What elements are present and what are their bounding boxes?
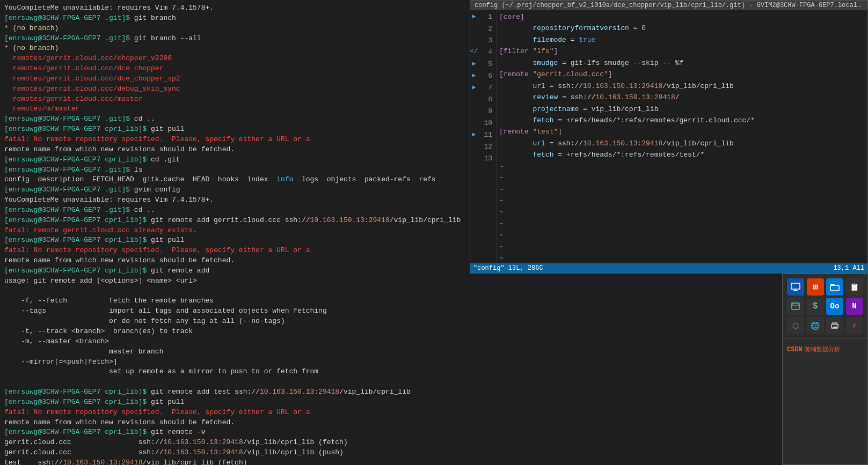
terminal-line: remotes/gerrit.cloud.ccc/debug_skip_sync bbox=[4, 84, 465, 94]
terminal-line: [enrsuwg@3CHW-FPGA-GEP7 cpri_lib]$ cd .g… bbox=[4, 155, 465, 165]
vim-status-file: "config" 13L, 286C bbox=[473, 264, 543, 272]
terminal-line: remotes/m/master bbox=[4, 104, 465, 114]
terminal-line: usage: git remote add [<options>] <name>… bbox=[4, 276, 465, 286]
terminal-line: remotes/gerrit.cloud.ccc/chopper_v2208 bbox=[4, 54, 465, 64]
vim-markers: ▶ </ ▶ ▶ ▶ ▶ bbox=[470, 10, 478, 263]
main-layout: YouCompleteMe unavailable: requires Vim … bbox=[0, 0, 868, 465]
terminal-line: fatal: No remote repository specified. P… bbox=[4, 408, 465, 418]
vim-marker bbox=[470, 93, 478, 105]
vim-code-line: [remote "gerrit.cloud.ccc"] bbox=[499, 69, 865, 80]
outlook-icon[interactable]: Oo bbox=[826, 298, 843, 315]
vim-tilde-line: ~ bbox=[499, 241, 865, 253]
terminal-line: config description FETCH_HEAD gitk.cache… bbox=[4, 175, 465, 185]
terminal-line: remotes/gerrit.cloud.ccc/dce_chopper bbox=[4, 64, 465, 74]
terminal-line: * (no branch) bbox=[4, 24, 465, 34]
vim-tilde-line: ~ bbox=[499, 253, 865, 263]
vim-marker: ▶ bbox=[470, 81, 478, 93]
terminal-line: gerrit.cloud.ccc ssh://10.163.150.13:294… bbox=[4, 448, 465, 458]
terminal-line: [enrsuwg@3CHW-FPGA-GEP7 cpri_lib]$ git r… bbox=[4, 387, 465, 397]
terminal-line: test ssh://10.163.150.13:29418/vip_lib/c… bbox=[4, 458, 465, 465]
terminal-line: -m, --master <branch> bbox=[4, 337, 465, 347]
clipboard-icon[interactable]: 📋 bbox=[846, 278, 863, 296]
vim-code-line: projectname = vip_lib/cpri_lib bbox=[499, 104, 865, 115]
terminal-line: [enrsuwg@3CHW-FPGA-GEP7 cpri_lib]$ git r… bbox=[4, 427, 465, 438]
csdn-label: CSDN bbox=[787, 346, 803, 353]
terminal-line: [enrsuwg@3CHW-FPGA-GEP7 cpri_lib]$ git r… bbox=[4, 216, 465, 226]
vim-code-line: smudge = git-lfs smudge --skip -- %f bbox=[499, 57, 865, 69]
vim-tilde-line: ~ bbox=[499, 172, 865, 183]
power-icon[interactable]: ⚡ bbox=[846, 317, 863, 334]
vim-code-line: url = ssh://10.163.150.13:29418/vip_lib/… bbox=[499, 138, 865, 149]
vim-marker bbox=[470, 116, 478, 128]
vim-tilde-line: ~ bbox=[499, 230, 865, 241]
terminal-line: * (no branch) bbox=[4, 43, 465, 54]
svg-rect-9 bbox=[833, 327, 837, 328]
terminal-line: remote name from which new revisions sho… bbox=[4, 145, 465, 155]
vim-tilde-line: ~ bbox=[499, 195, 865, 206]
vim-cursor-pos: 13,1 All bbox=[833, 264, 864, 272]
vim-statusbar: "config" 13L, 286C 13,1 All bbox=[470, 263, 867, 273]
bluetooth-icon[interactable]: ⬡ bbox=[787, 317, 804, 334]
vim-marker: ▶ bbox=[470, 10, 478, 22]
terminal-line: gerrit.cloud.ccc ssh://10.163.150.13:294… bbox=[4, 438, 465, 448]
vim-code-line: url = ssh://10.163.150.13:29418/vip_lib/… bbox=[499, 80, 865, 92]
network-icon[interactable]: 🌐 bbox=[807, 317, 824, 334]
svg-rect-0 bbox=[791, 283, 800, 289]
vim-editor-panel[interactable]: config (~/.proj/chopper_bf_v2_1010a/dce_… bbox=[470, 0, 868, 274]
vim-code-line: [core] bbox=[499, 11, 865, 23]
vim-code-line: repositoryformatversion = 0 bbox=[499, 23, 865, 34]
vim-marker bbox=[470, 140, 478, 152]
vim-code-line: filemode = true bbox=[499, 34, 865, 46]
vim-tilde-line: ~ bbox=[499, 184, 865, 195]
terminal-line: -f, --fetch fetch the remote branches bbox=[4, 296, 465, 306]
vim-code-line: fetch = +refs/heads/*:refs/remotes/test/… bbox=[499, 149, 865, 160]
vim-tilde-line: ~ bbox=[499, 218, 865, 230]
vim-code-line: [filter "lfs"] bbox=[499, 46, 865, 57]
vim-tilde-line: ~ bbox=[499, 206, 865, 218]
terminal-line: remotes/gerrit.cloud.ccc/dce_chopper_sp2 bbox=[4, 74, 465, 84]
terminal-line bbox=[4, 377, 465, 387]
terminal-line: master branch bbox=[4, 347, 465, 357]
terminal-line: YouCompleteMe unavailable: requires Vim … bbox=[4, 3, 465, 13]
terminal-line: or do not fetch any tag at all (--no-tag… bbox=[4, 316, 465, 327]
office-icon[interactable]: ⊞ bbox=[807, 278, 824, 296]
terminal-line: fatal: remote gerrit.cloud.ccc already e… bbox=[4, 226, 465, 236]
taskbar-grid: ⊞ 📋 $ Oo N ⬡ bbox=[783, 274, 867, 338]
vim-line-numbers: 1 2 3 4 5 6 7 8 9 10 11 12 13 bbox=[478, 10, 497, 263]
vim-marker bbox=[470, 34, 478, 46]
terminal-line: set up remote as a mirror to push to or … bbox=[4, 367, 465, 377]
svg-rect-4 bbox=[830, 285, 839, 291]
terminal-line: [enrsuwg@3CHW-FPGA-GEP7 .git]$ cd .. bbox=[4, 114, 465, 124]
disk-icon[interactable] bbox=[787, 298, 804, 315]
vim-marker bbox=[470, 152, 478, 164]
vim-code-line: review = ssh://10.163.150.13:29418/ bbox=[499, 92, 865, 103]
vim-code-content[interactable]: [core] repositoryformatversion = 0 filem… bbox=[497, 10, 867, 263]
terminal-line: YouCompleteMe unavailable: requires Vim … bbox=[4, 195, 465, 205]
vim-body: ▶ </ ▶ ▶ ▶ ▶ 1 2 3 4 5 6 bbox=[470, 10, 867, 263]
terminal-line: --tags import all tags and associated ob… bbox=[4, 306, 465, 316]
vim-code-line: fetch = +refs/heads/*:refs/remotes/gerri… bbox=[499, 115, 865, 126]
printer-icon[interactable] bbox=[826, 317, 843, 334]
huangpu-label: 黄埔数据分析 bbox=[805, 345, 840, 353]
terminal-line: [enrsuwg@3CHW-FPGA-GEP7 cpri_lib]$ git p… bbox=[4, 397, 465, 408]
vim-marker: ▶ bbox=[470, 69, 478, 81]
vim-tilde-line: ~ bbox=[499, 161, 865, 172]
monitor-icon[interactable] bbox=[787, 278, 804, 296]
terminal-line: -t, --track <branch> branch(es) to track bbox=[4, 327, 465, 337]
terminal-panel[interactable]: YouCompleteMe unavailable: requires Vim … bbox=[0, 0, 470, 465]
terminal-line: [enrsuwg@3CHW-FPGA-GEP7 cpri_lib]$ git p… bbox=[4, 235, 465, 246]
terminal-line: remote name from which new revisions sho… bbox=[4, 418, 465, 428]
vim-marker bbox=[470, 22, 478, 34]
onenote-icon[interactable]: N bbox=[846, 298, 863, 315]
files-icon[interactable] bbox=[826, 278, 843, 296]
terminal-line: [enrsuwg@3CHW-FPGA-GEP7 cpri_lib]$ git p… bbox=[4, 124, 465, 135]
terminal-line: fatal: No remote repository specified. P… bbox=[4, 135, 465, 145]
terminal-line bbox=[4, 286, 465, 297]
vim-marker: ▶ bbox=[470, 128, 478, 140]
terminal-line: [enrsuwg@3CHW-FPGA-GEP7 .git]$ ls bbox=[4, 165, 465, 175]
currency-icon[interactable]: $ bbox=[807, 298, 824, 315]
terminal-line: [enrsuwg@3CHW-FPGA-GEP7 .git]$ git branc… bbox=[4, 13, 465, 24]
vim-titlebar: config (~/.proj/chopper_bf_v2_1010a/dce_… bbox=[470, 1, 867, 10]
terminal-line: fatal: No remote repository specified. P… bbox=[4, 246, 465, 256]
terminal-line: remotes/gerrit.cloud.ccc/master bbox=[4, 94, 465, 105]
